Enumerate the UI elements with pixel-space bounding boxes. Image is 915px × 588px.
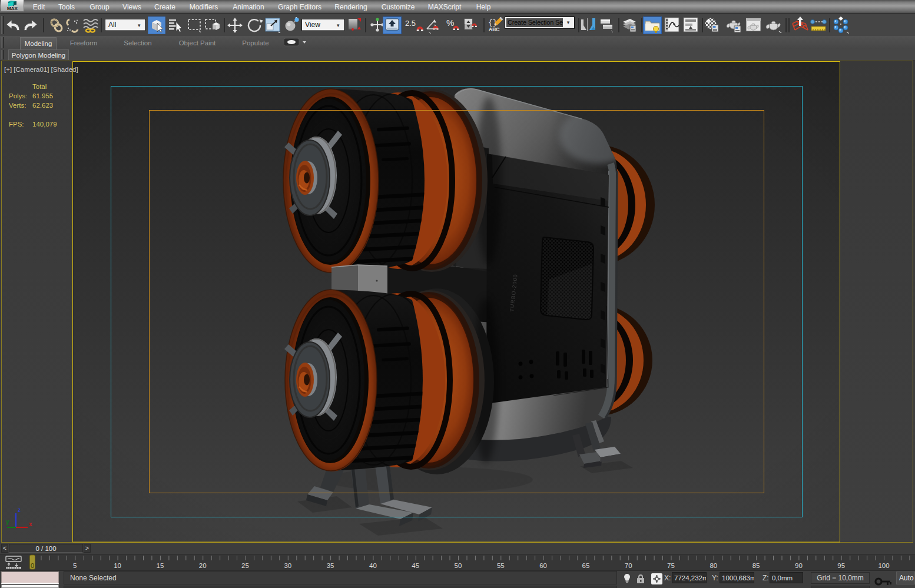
svg-text:Verts:: Verts: [9, 102, 26, 109]
svg-text:20: 20 [199, 562, 207, 569]
svg-text:FPS:: FPS: [9, 121, 24, 128]
svg-text:Polys:: Polys: [9, 92, 27, 99]
svg-text:85: 85 [752, 562, 760, 569]
svg-text:y: y [6, 519, 9, 525]
svg-text:x: x [29, 521, 32, 527]
svg-text:70: 70 [625, 562, 632, 569]
svg-text:[+] [Camera01] [Shaded]: [+] [Camera01] [Shaded] [4, 66, 78, 73]
svg-text:35: 35 [327, 562, 334, 569]
svg-text:140,079: 140,079 [32, 121, 57, 128]
svg-text:10: 10 [114, 562, 121, 569]
svg-text:5: 5 [73, 562, 77, 569]
svg-text:61.955: 61.955 [32, 92, 53, 99]
svg-text:%: % [446, 18, 454, 28]
svg-text:Total: Total [32, 83, 47, 90]
svg-text:55: 55 [497, 562, 505, 569]
svg-text:75: 75 [667, 562, 675, 569]
svg-text:2.5: 2.5 [405, 19, 416, 28]
svg-text:62.623: 62.623 [32, 102, 53, 109]
svg-text:65: 65 [582, 562, 590, 569]
svg-text:15: 15 [157, 562, 164, 569]
svg-text:90: 90 [795, 562, 803, 569]
svg-text:40: 40 [369, 562, 377, 569]
svg-text:100: 100 [878, 562, 889, 569]
svg-text:25: 25 [241, 562, 249, 569]
svg-text:50: 50 [455, 562, 462, 569]
svg-text:95: 95 [837, 562, 845, 569]
svg-text:0: 0 [31, 562, 34, 569]
svg-text:60: 60 [539, 562, 547, 569]
svg-text:45: 45 [412, 562, 419, 569]
svg-text:80: 80 [710, 562, 717, 569]
svg-text:z: z [18, 507, 21, 513]
svg-text:ABC: ABC [489, 26, 499, 32]
svg-text:30: 30 [284, 562, 291, 569]
